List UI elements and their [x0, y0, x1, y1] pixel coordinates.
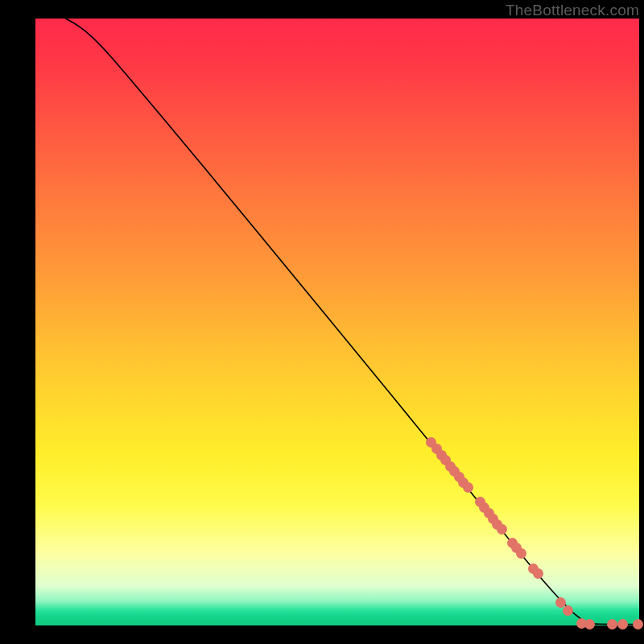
- data-point: [617, 619, 628, 630]
- data-point: [607, 619, 617, 630]
- chart-stage: TheBottleneck.com: [0, 0, 644, 644]
- data-point: [584, 619, 595, 630]
- curve-layer: [35, 19, 639, 625]
- data-point: [633, 619, 643, 630]
- plot-area: [35, 19, 639, 625]
- data-point: [516, 548, 526, 559]
- watermark-text: TheBottleneck.com: [506, 2, 639, 19]
- data-point: [497, 524, 507, 535]
- data-point: [533, 568, 543, 579]
- main-curve: [66, 19, 640, 625]
